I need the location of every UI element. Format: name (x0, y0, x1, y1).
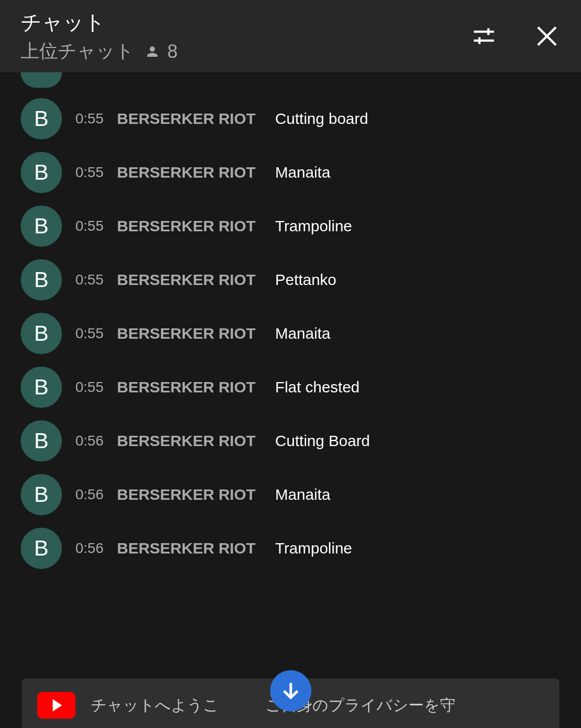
username[interactable]: BERSERKER RIOT (117, 486, 256, 503)
message-text: Trampoline (275, 540, 352, 557)
timestamp: 0:56 (75, 433, 104, 449)
tune-icon (470, 23, 497, 50)
chat-message-row[interactable]: B0:56BERSERKER RIOTManaita (21, 474, 560, 515)
close-icon (533, 23, 560, 50)
message-text: Cutting board (275, 110, 368, 128)
avatar[interactable]: B (21, 205, 62, 247)
person-icon (145, 44, 160, 59)
timestamp: 0:55 (75, 379, 104, 395)
avatar[interactable]: B (21, 474, 62, 515)
avatar[interactable]: B (21, 528, 62, 569)
message-text: Manaita (275, 164, 331, 181)
timestamp: 0:56 (75, 486, 104, 503)
timestamp: 0:56 (75, 540, 104, 557)
chat-message-row[interactable]: B0:55BERSERKER RIOTCutting board (21, 98, 560, 139)
timestamp: 0:55 (75, 164, 104, 181)
chat-list[interactable]: B0:55BERSERKER RIOTCutting boardB0:55BER… (0, 72, 581, 581)
arrow-down-icon (280, 680, 301, 701)
chat-message-row[interactable]: B0:56BERSERKER RIOTCutting Board (21, 420, 560, 462)
chat-header: チャット 上位チャット 8 (0, 0, 581, 72)
close-button[interactable] (533, 23, 560, 50)
avatar[interactable]: B (21, 259, 62, 300)
avatar[interactable]: B (21, 98, 62, 139)
message-text: Cutting Board (275, 432, 370, 450)
avatar[interactable]: B (21, 367, 62, 408)
chat-message-row[interactable]: B0:55BERSERKER RIOTFlat chested (21, 367, 560, 408)
message-text: Flat chested (275, 378, 359, 396)
timestamp: 0:55 (75, 110, 104, 127)
avatar[interactable]: B (21, 420, 62, 462)
chat-message-row[interactable]: B0:55BERSERKER RIOTTrampoline (21, 205, 560, 247)
chat-message-row[interactable]: B0:55BERSERKER RIOTManaita (21, 313, 560, 354)
username[interactable]: BERSERKER RIOT (117, 325, 256, 342)
timestamp: 0:55 (75, 325, 104, 342)
viewer-count-number: 8 (167, 41, 178, 62)
username[interactable]: BERSERKER RIOT (117, 540, 256, 557)
chat-message-row[interactable]: B0:55BERSERKER RIOTPettanko (21, 259, 560, 300)
subtitle-row: 上位チャット 8 (21, 39, 178, 64)
message-text: Manaita (275, 325, 331, 342)
play-triangle-icon (53, 699, 62, 711)
header-left: チャット 上位チャット 8 (21, 8, 178, 64)
chat-message-row[interactable]: B0:55BERSERKER RIOTManaita (21, 152, 560, 193)
message-text: Trampoline (275, 217, 352, 235)
scroll-down-button[interactable] (270, 670, 311, 711)
partial-avatar (21, 72, 62, 88)
viewer-count: 8 (145, 41, 178, 62)
chat-message-row[interactable]: B0:56BERSERKER RIOTTrampoline (21, 528, 560, 569)
avatar[interactable]: B (21, 313, 62, 354)
timestamp: 0:55 (75, 272, 104, 288)
username[interactable]: BERSERKER RIOT (117, 110, 256, 128)
chat-subtitle[interactable]: 上位チャット (21, 39, 134, 64)
username[interactable]: BERSERKER RIOT (117, 432, 256, 450)
settings-button[interactable] (470, 23, 497, 50)
username[interactable]: BERSERKER RIOT (117, 164, 256, 181)
avatar[interactable]: B (21, 152, 62, 193)
username[interactable]: BERSERKER RIOT (117, 271, 256, 289)
youtube-icon (37, 692, 75, 719)
chat-title: チャット (21, 8, 178, 37)
message-text: Manaita (275, 486, 331, 503)
timestamp: 0:55 (75, 218, 104, 234)
username[interactable]: BERSERKER RIOT (117, 217, 256, 235)
message-text: Pettanko (275, 271, 336, 289)
header-right (470, 23, 560, 50)
username[interactable]: BERSERKER RIOT (117, 378, 256, 396)
